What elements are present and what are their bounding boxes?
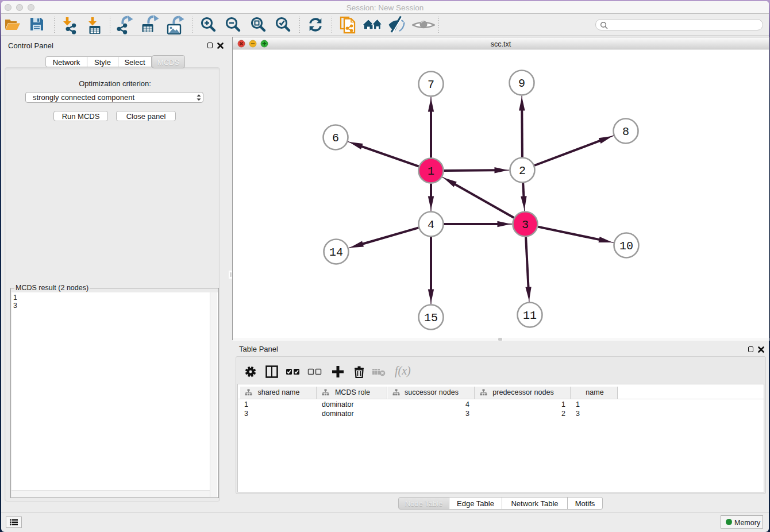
svg-text:1: 1 <box>428 165 434 178</box>
svg-text:9: 9 <box>518 77 525 90</box>
svg-text:14: 14 <box>329 246 343 259</box>
svg-text:11: 11 <box>523 309 537 322</box>
svg-text:15: 15 <box>424 311 438 325</box>
svg-text:6: 6 <box>332 132 339 145</box>
svg-text:3: 3 <box>522 218 529 232</box>
svg-text:2: 2 <box>519 164 526 178</box>
svg-text:10: 10 <box>619 240 633 253</box>
svg-text:8: 8 <box>622 125 629 138</box>
svg-text:4: 4 <box>428 218 434 232</box>
svg-text:7: 7 <box>428 78 434 91</box>
